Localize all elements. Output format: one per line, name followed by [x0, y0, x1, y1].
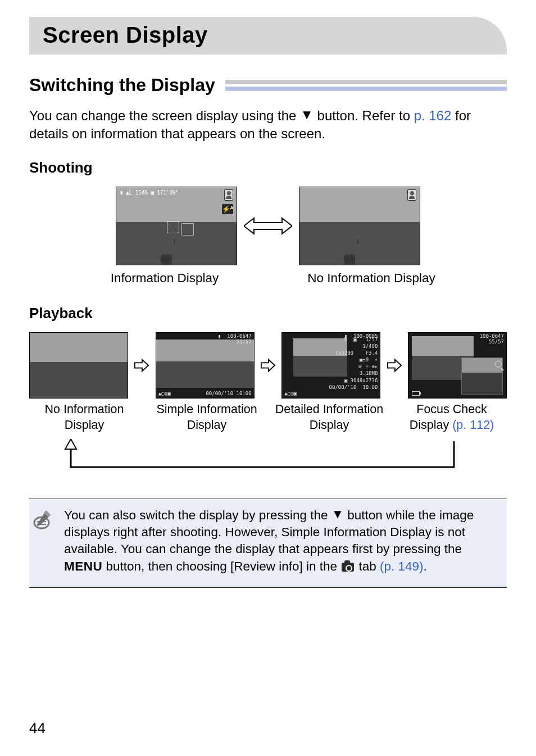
shooting-captions: Information Display No Information Displ… — [29, 271, 507, 286]
caption-line: No Information — [44, 402, 124, 416]
down-button-icon: ▼ — [300, 106, 314, 124]
page-number: 44 — [29, 719, 46, 737]
overlay-meta-right: P ▣ 1/57 1/400 ISO200 F3.4 ▣±0 ⚡ ※ ☼ ⊕▸ … — [329, 336, 378, 395]
caption-line: Display — [310, 418, 349, 432]
caption-focus-check: Focus Check Display (p. 112) — [397, 402, 507, 433]
down-button-icon: ▼ — [331, 506, 344, 523]
caption-line: Display — [65, 418, 105, 432]
playback-simple-info-thumb: ▮ 100-0647 55/57 ▲▢▯▣ 00/00/'10 10:00 — [156, 332, 255, 399]
svg-marker-2 — [261, 360, 275, 372]
caption-line: Display — [187, 418, 227, 432]
af-frame-icon — [167, 221, 179, 233]
page-ref-link[interactable]: p. 162 — [414, 108, 452, 123]
overlay-meta-date: 00/00/'10 10:00 — [206, 391, 251, 397]
arrow-right-icon — [387, 357, 402, 374]
playback-row: ▮ 100-0647 55/57 ▲▢▯▣ 00/00/'10 10:00 ▮ … — [29, 332, 507, 399]
note-text-4: tab — [355, 559, 380, 573]
page-ref-link[interactable]: (p. 149) — [380, 559, 424, 573]
svg-marker-1 — [135, 360, 148, 372]
shooting-heading: Shooting — [29, 159, 507, 176]
caption-line: Simple Information — [156, 402, 257, 416]
intro-text-1: You can change the screen display using … — [29, 108, 300, 123]
note-text-3: button, then choosing [Review info] in t… — [102, 559, 340, 573]
playback-detailed-info-thumb: ▮ 100-0005 P ▣ 1/57 1/400 ISO200 F3.4 ▣±… — [281, 332, 380, 399]
arrow-right-icon — [260, 357, 276, 374]
chapter-banner: Screen Display — [29, 17, 507, 55]
shooting-info-display-thumb: ▮ ▲L 1546 ▣ 171'09" ⚡ᴬ — [116, 187, 237, 265]
caption-line: Display — [410, 418, 452, 432]
battery-icon — [412, 391, 420, 396]
double-arrow-icon — [248, 215, 288, 237]
chapter-title: Screen Display — [43, 22, 493, 48]
overlay-meta-top: 100-0647 55/57 — [480, 334, 504, 345]
overlay-meta-top: ▮ 100-0647 55/57 — [218, 334, 252, 345]
portrait-mode-icon — [224, 189, 233, 201]
svg-marker-3 — [388, 360, 401, 372]
arrow-right-icon — [134, 357, 149, 374]
playback-focus-check-thumb: 100-0647 55/57 — [408, 332, 507, 399]
overlay-status-left: ▮ ▲L 1546 ▣ 171'09" — [120, 189, 179, 198]
playback-no-info-thumb — [29, 332, 128, 399]
caption-line: Detailed Information — [275, 402, 383, 416]
section-title: Switching the Display — [29, 75, 215, 96]
note-text-1: You can also switch the display by press… — [64, 508, 331, 522]
camera-tab-icon — [342, 563, 354, 572]
shooting-row: ▮ ▲L 1546 ▣ 171'09" ⚡ᴬ — [29, 187, 507, 265]
caption-line: Focus Check — [416, 402, 487, 416]
caption-simple-info: Simple Information Display — [152, 402, 262, 433]
section-accent-bars — [225, 80, 507, 91]
svg-marker-4 — [65, 439, 76, 449]
caption-info-display: Information Display — [92, 271, 238, 286]
section-heading-row: Switching the Display — [29, 75, 507, 96]
magnify-icon — [495, 361, 503, 369]
caption-no-info-display: No Information Display — [298, 271, 444, 286]
page-ref-link[interactable]: (p. 112) — [452, 418, 494, 432]
overlay-meta-icons: ▲▢▯▣ — [158, 391, 171, 397]
caption-detailed-info: Detailed Information Display — [274, 402, 384, 433]
overlay-meta-icons: ▲▢▯▣ — [284, 391, 297, 397]
note-text-5: . — [424, 559, 427, 573]
svg-marker-0 — [244, 218, 292, 234]
note-box: You can also switch the display by press… — [29, 499, 507, 588]
portrait-mode-icon — [407, 189, 416, 201]
shooting-no-info-thumb — [299, 187, 420, 265]
intro-text-2: button. Refer to — [314, 108, 414, 123]
loop-arrow — [29, 439, 507, 484]
caption-no-info: No Information Display — [29, 402, 139, 433]
af-frame-icon — [181, 223, 194, 236]
flash-auto-icon: ⚡ᴬ — [222, 204, 233, 214]
note-pencil-icon — [33, 507, 56, 576]
playback-captions: No Information Display Simple Informatio… — [29, 402, 507, 433]
intro-paragraph: You can change the screen display using … — [29, 107, 507, 143]
note-text: You can also switch the display by press… — [64, 507, 494, 576]
playback-heading: Playback — [29, 305, 507, 322]
note-sep-bottom — [29, 587, 507, 588]
menu-button-label: MENU — [64, 559, 102, 573]
